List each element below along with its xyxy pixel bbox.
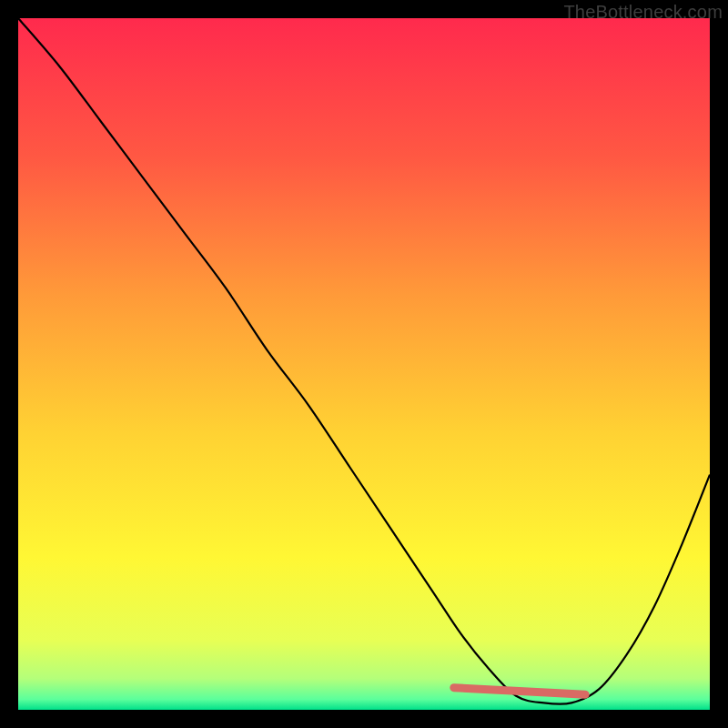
plot-area [18,18,710,710]
chart-svg [18,18,710,710]
gradient-background [18,18,710,710]
chart-frame: TheBottleneck.com [0,0,728,728]
